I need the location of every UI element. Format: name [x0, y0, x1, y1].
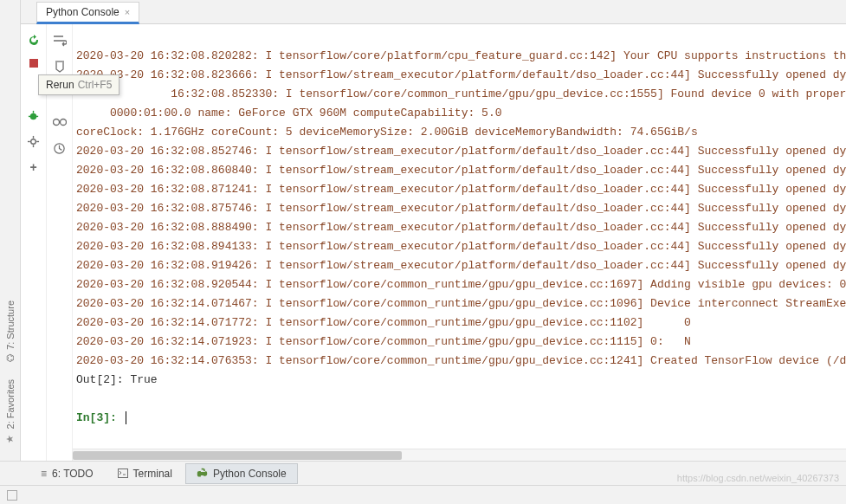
list-icon: ≡	[41, 468, 47, 480]
out-cell: Out[2]: True	[76, 373, 158, 386]
log-line: 2020-03-20 16:32:08.875746: I tensorflow…	[76, 202, 846, 215]
svg-point-0	[30, 113, 37, 120]
left-tool-rail: ⌬ 7: Structure ★ 2: Favorites	[0, 0, 21, 461]
log-line: 2020-03-20 16:32:14.071772: I tensorflow…	[76, 316, 691, 329]
favorites-label: 2: Favorites	[5, 379, 16, 429]
todo-label: 6: TODO	[52, 468, 94, 480]
history-icon[interactable]	[52, 140, 68, 156]
tooltip-shortcut: Ctrl+F5	[78, 79, 113, 91]
log-line: 2020-03-20 16:32:08.894133: I tensorflow…	[76, 240, 846, 253]
svg-point-4	[31, 139, 36, 144]
todo-tool-button[interactable]: ≡ 6: TODO	[29, 463, 105, 484]
scroll-to-end-icon[interactable]	[52, 59, 68, 74]
python-console-tool-button[interactable]: Python Console	[185, 463, 298, 484]
scrollbar-thumb[interactable]	[73, 451, 402, 460]
terminal-label: Terminal	[133, 468, 172, 480]
bug-icon[interactable]	[26, 107, 42, 123]
watermark: https://blog.csdn.net/weixin_40267373	[677, 473, 839, 483]
tooltip-label: Rerun	[46, 79, 74, 91]
log-line: 2020-03-20 16:32:08.888490: I tensorflow…	[76, 221, 846, 234]
stop-icon[interactable]	[29, 59, 38, 68]
log-line: 2020-03-20 16:32:14.076353: I tensorflow…	[76, 354, 846, 367]
log-line: 2020-03-20 16:32:14.071923: I tensorflow…	[76, 335, 691, 348]
console-output[interactable]: 2020-03-20 16:32:08.820282: I tensorflow…	[73, 24, 846, 461]
in-prompt[interactable]: In[3]:	[76, 411, 124, 424]
svg-rect-13	[118, 469, 127, 478]
terminal-icon	[118, 468, 128, 478]
log-line: 2020-03-20 16:32:08.852746: I tensorflow…	[76, 145, 846, 158]
tab-python-console[interactable]: Python Console ×	[36, 2, 139, 24]
favorites-tool-button[interactable]: ★ 2: Favorites	[4, 379, 16, 443]
terminal-tool-button[interactable]: Terminal	[107, 463, 184, 484]
log-line: 2020-03-20 16:32:08.920544: I tensorflow…	[76, 278, 846, 291]
log-line: 2020-03-20 16:32:08.871241: I tensorflow…	[76, 183, 846, 196]
python-console-label: Python Console	[213, 468, 287, 480]
gear-icon[interactable]	[26, 133, 42, 149]
tab-bar: Python Console ×	[21, 0, 846, 24]
structure-icon: ⌬	[6, 352, 15, 363]
text-cursor	[126, 411, 126, 424]
python-icon	[197, 468, 208, 479]
log-line: coreClock: 1.176GHz coreCount: 5 deviceM…	[76, 126, 698, 139]
close-icon[interactable]: ×	[125, 7, 130, 17]
log-line: 0000:01:00.0 name: GeForce GTX 960M comp…	[76, 107, 501, 120]
status-indicator-icon[interactable]	[7, 490, 17, 501]
plus-icon[interactable]: +	[26, 159, 42, 175]
svg-point-11	[60, 120, 66, 126]
log-line: 2020-03-20 16:32:14.071467: I tensorflow…	[76, 297, 846, 310]
tab-title: Python Console	[46, 6, 119, 18]
horizontal-scrollbar[interactable]	[73, 449, 846, 461]
log-line: 2020-03-20 16:32:08.820282: I tensorflow…	[76, 49, 846, 62]
log-line: 2020-03-20 16:32:08.823666: I tensorflow…	[76, 68, 846, 81]
svg-point-10	[53, 120, 59, 126]
log-line: 2020-03-20 16:32:08.860840: I tensorflow…	[76, 164, 846, 177]
soft-wrap-icon[interactable]	[52, 33, 68, 48]
rerun-icon[interactable]	[26, 33, 42, 48]
log-line: 16:32:08.852330: I tensorflow/core/commo…	[76, 87, 846, 100]
variables-icon[interactable]	[52, 114, 68, 130]
status-bar	[0, 485, 846, 504]
structure-label: 7: Structure	[5, 300, 16, 350]
log-line: 2020-03-20 16:32:08.919426: I tensorflow…	[76, 259, 846, 272]
star-icon: ★	[4, 432, 16, 443]
structure-tool-button[interactable]: ⌬ 7: Structure	[4, 300, 16, 362]
rerun-tooltip: RerunCtrl+F5	[38, 74, 119, 95]
